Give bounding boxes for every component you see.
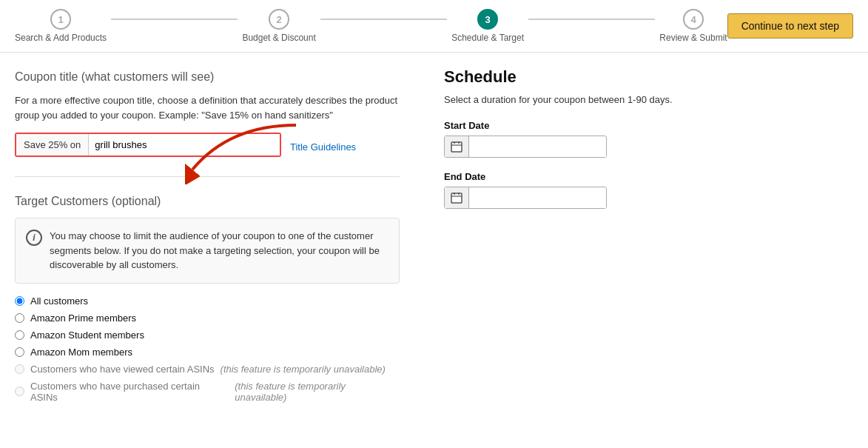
left-panel: Coupon title (what customers will see) F… [15, 67, 400, 403]
target-info-box: i You may choose to limit the audience o… [15, 218, 400, 284]
step-1-label: Search & Add Products [15, 33, 107, 43]
end-date-input-wrapper [444, 187, 607, 209]
step-3: 3 Schedule & Target [451, 9, 524, 43]
step-2-label: Budget & Discount [242, 33, 315, 43]
section-divider [15, 176, 400, 177]
radio-prime[interactable]: Amazon Prime members [15, 312, 400, 324]
start-date-input[interactable] [469, 137, 606, 157]
coupon-title-heading-sub: (what customers will see) [78, 70, 214, 83]
title-input-row: Save 25% on Title Guidelines [15, 133, 400, 161]
radio-viewed-unavailable: (this feature is temporarily unavailable… [221, 364, 386, 375]
end-date-calendar-icon[interactable] [445, 187, 469, 208]
radio-mom-input[interactable] [15, 347, 24, 357]
radio-purchased-unavailable: (this feature is temporarily unavailable… [235, 381, 400, 403]
end-date-label: End Date [444, 171, 853, 182]
step-4-circle: 4 [683, 9, 704, 30]
radio-student[interactable]: Amazon Student members [15, 330, 400, 341]
radio-student-input[interactable] [15, 330, 24, 340]
right-panel: Schedule Select a duration for your coup… [444, 67, 853, 403]
schedule-heading: Schedule [444, 67, 853, 87]
step-1-circle: 1 [50, 9, 71, 30]
radio-purchased-label: Customers who have purchased certain ASI… [30, 381, 229, 403]
step-3-label: Schedule & Target [451, 33, 524, 43]
step-connector-3 [528, 19, 655, 20]
target-customers-heading: Target Customers (optional) [15, 192, 400, 209]
step-3-circle: 3 [477, 9, 498, 30]
coupon-title-section: Coupon title (what customers will see) F… [15, 67, 400, 161]
schedule-description: Select a duration for your coupon betwee… [444, 94, 853, 105]
title-guidelines-link[interactable]: Title Guidelines [290, 141, 356, 153]
step-4: 4 Review & Submit [659, 9, 727, 43]
step-4-label: Review & Submit [659, 33, 727, 43]
page-header: 1 Search & Add Products 2 Budget & Disco… [0, 0, 868, 53]
step-2-circle: 2 [269, 9, 289, 30]
start-date-calendar-icon[interactable] [445, 136, 469, 157]
coupon-title-heading: Coupon title (what customers will see) [15, 67, 400, 84]
info-icon: i [26, 230, 42, 246]
radio-all-input[interactable] [15, 296, 24, 306]
continue-button[interactable]: Continue to next step [727, 13, 853, 39]
end-date-input[interactable] [469, 188, 606, 208]
step-connector-2 [320, 19, 447, 20]
radio-all-customers[interactable]: All customers [15, 295, 400, 307]
radio-viewed-label: Customers who have viewed certain ASINs [30, 364, 215, 375]
coupon-title-description: For a more effective coupon title, choos… [15, 93, 400, 122]
radio-viewed-input [15, 364, 24, 374]
radio-student-label: Amazon Student members [30, 330, 144, 341]
stepper: 1 Search & Add Products 2 Budget & Disco… [15, 9, 727, 43]
coupon-title-heading-main: Coupon title [15, 70, 78, 83]
step-2: 2 Budget & Discount [242, 9, 315, 43]
radio-prime-label: Amazon Prime members [30, 312, 136, 324]
start-date-field: Start Date [444, 120, 853, 158]
step-connector-1 [111, 19, 238, 20]
radio-all-label: All customers [30, 295, 88, 307]
radio-mom[interactable]: Amazon Mom members [15, 347, 400, 358]
svg-rect-5 [451, 193, 462, 203]
radio-purchased-input [15, 387, 24, 396]
target-radio-group: All customers Amazon Prime members Amazo… [15, 295, 400, 403]
coupon-title-input[interactable] [89, 134, 280, 156]
target-customers-heading-main: Target Customers [15, 195, 108, 207]
coupon-title-input-wrapper: Save 25% on [15, 133, 281, 157]
main-content: Coupon title (what customers will see) F… [0, 53, 868, 418]
radio-prime-input[interactable] [15, 313, 24, 323]
start-date-input-wrapper [444, 136, 607, 158]
end-date-field: End Date [444, 171, 853, 209]
target-customers-heading-sub: (optional) [108, 195, 161, 207]
radio-purchased: Customers who have purchased certain ASI… [15, 381, 400, 403]
radio-viewed: Customers who have viewed certain ASINs … [15, 364, 400, 375]
title-prefix: Save 25% on [16, 134, 89, 156]
radio-mom-label: Amazon Mom members [30, 347, 132, 358]
step-1: 1 Search & Add Products [15, 9, 107, 43]
svg-rect-1 [451, 142, 462, 152]
target-info-text: You may choose to limit the audience of … [50, 229, 388, 273]
start-date-label: Start Date [444, 120, 853, 131]
target-customers-section: Target Customers (optional) i You may ch… [15, 192, 400, 403]
